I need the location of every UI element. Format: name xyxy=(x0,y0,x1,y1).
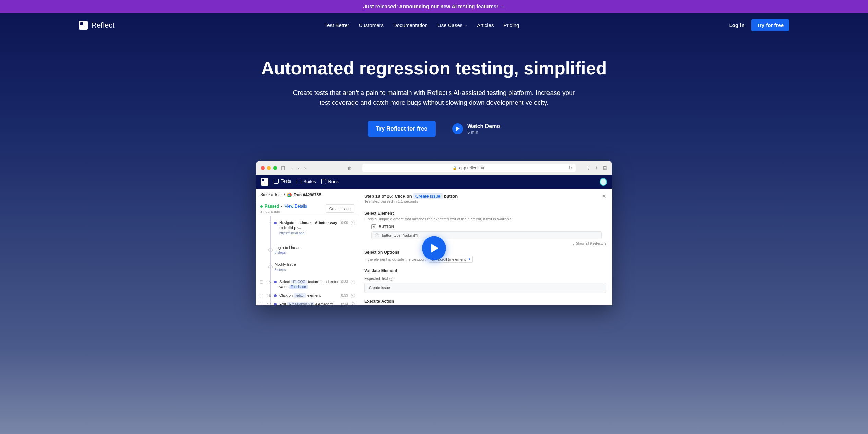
url-text: app.reflect.run xyxy=(459,165,485,170)
select-element-desc: Finds a unique element that matches the … xyxy=(364,217,606,221)
app-nav-suites[interactable]: Suites xyxy=(297,179,316,185)
step-row[interactable]: 1 Navigate to Linear – A better way to b… xyxy=(256,219,359,237)
browser-right-icons: ⇧ + ⊞ xyxy=(587,165,607,171)
announcement-link[interactable]: Just released: Announcing our new AI tes… xyxy=(363,3,505,9)
shield-icon: ◐ xyxy=(348,165,351,171)
status-dot-icon xyxy=(260,205,263,208)
step-checkbox[interactable] xyxy=(260,303,263,305)
back-icon: ‹ xyxy=(298,165,300,171)
selection-options-title: Selection Options xyxy=(364,250,606,255)
help-icon[interactable]: ? xyxy=(389,277,393,281)
app-header: Tests Suites Runs xyxy=(256,175,612,189)
tests-icon xyxy=(274,179,279,184)
watch-demo-title: Watch Demo xyxy=(467,123,500,129)
main-subtitle: Test step passed in 1.1 seconds xyxy=(364,199,458,203)
step-check-icon xyxy=(351,302,355,305)
logo[interactable]: Reflect xyxy=(79,21,114,30)
step-row[interactable]: 17 Edit .ProseMirror > p element to cont… xyxy=(256,300,359,305)
nav-right: Log in Try for free xyxy=(729,19,789,31)
step-dot-icon xyxy=(274,303,277,305)
app-nav-tests[interactable]: Tests xyxy=(274,178,291,185)
nav-articles[interactable]: Articles xyxy=(477,22,494,28)
forward-icon: › xyxy=(304,165,306,171)
step-dot-icon xyxy=(274,294,277,297)
step-check-icon xyxy=(351,221,355,225)
expected-value: Create issue xyxy=(364,283,606,293)
step-check-icon xyxy=(351,294,355,298)
hero-actions: Try Reflect for free Watch Demo 5 min xyxy=(7,121,861,137)
lock-icon: 🔒 xyxy=(453,166,457,170)
hero-cta-button[interactable]: Try Reflect for free xyxy=(368,121,436,137)
app-body: Smoke Test / Run #4298755 Passed - View … xyxy=(256,189,612,305)
nav-use-cases[interactable]: Use Cases xyxy=(437,22,467,28)
reload-icon: ↻ xyxy=(569,165,572,170)
selector-code: button[type="submit"] xyxy=(382,233,418,237)
chevron-down-icon: ⌄ xyxy=(290,166,293,170)
step-row[interactable]: 16 Click on .editor element 0:33 xyxy=(256,291,359,300)
browser-chrome: ▥ ⌄ ‹ › ◐ 🔒 app.reflect.run ↻ ⇧ + ⊞ xyxy=(256,161,612,175)
close-icon[interactable]: ✕ xyxy=(602,193,606,199)
step-dot-icon xyxy=(274,222,277,224)
validate-element-title: Validate Element xyxy=(364,268,606,273)
play-video-button[interactable] xyxy=(422,236,446,260)
minimize-dot-icon xyxy=(267,166,271,170)
chrome-icon xyxy=(287,193,292,197)
nav-pricing[interactable]: Pricing xyxy=(503,22,519,28)
collapse-row[interactable]: ⌄ Login to Linear 8 steps xyxy=(256,244,359,257)
breadcrumb-run: Run #4298755 xyxy=(294,193,321,197)
announcement-bar: Just released: Announcing our new AI tes… xyxy=(0,0,868,13)
hero-title: Automated regression testing, simplified xyxy=(7,58,861,78)
select-element-title: Select Element xyxy=(364,211,606,216)
expected-text-label: Expected Text xyxy=(364,276,388,281)
step-checkbox[interactable] xyxy=(260,280,263,284)
nav-documentation[interactable]: Documentation xyxy=(393,22,428,28)
watch-demo-text: Watch Demo 5 min xyxy=(467,123,500,135)
nav-test-better[interactable]: Test Better xyxy=(325,22,349,28)
app-main: Step 18 of 26: Click on Create issue but… xyxy=(359,189,612,305)
browser-window: ▥ ⌄ ‹ › ◐ 🔒 app.reflect.run ↻ ⇧ + ⊞ Test… xyxy=(256,161,612,305)
create-issue-button[interactable]: Create Issue xyxy=(326,204,354,213)
breadcrumb: Smoke Test / Run #4298755 xyxy=(256,189,359,201)
login-link[interactable]: Log in xyxy=(729,22,745,28)
step-check-icon xyxy=(351,280,355,284)
try-free-button[interactable]: Try for free xyxy=(751,19,789,31)
close-dot-icon xyxy=(261,166,265,170)
status-row: Passed - View Details 2 hours ago Create… xyxy=(256,201,359,216)
breadcrumb-smoke[interactable]: Smoke Test xyxy=(260,192,281,197)
view-details-link[interactable]: View Details xyxy=(285,204,307,209)
step-row[interactable]: 15 Select .EuGQO textarea and enter valu… xyxy=(256,277,359,292)
main-title: Step 18 of 26: Click on Create issue but… xyxy=(364,193,458,199)
play-icon xyxy=(452,123,463,134)
avatar[interactable] xyxy=(600,178,607,186)
app-nav-runs[interactable]: Runs xyxy=(321,179,338,185)
share-icon: ⇧ xyxy=(587,165,591,171)
nav-customers[interactable]: Customers xyxy=(359,22,384,28)
selector-check-icon xyxy=(375,233,379,237)
app-nav-tests-label: Tests xyxy=(281,178,291,184)
app-nav-runs-label: Runs xyxy=(328,179,338,184)
app-logo-icon xyxy=(261,178,268,186)
time-ago: 2 hours ago xyxy=(260,209,307,213)
step-checkbox[interactable] xyxy=(260,294,263,297)
logo-text: Reflect xyxy=(91,21,114,30)
navbar: Reflect Test Better Customers Documentat… xyxy=(0,13,868,37)
steps-list: 1 Navigate to Linear – A better way to b… xyxy=(256,216,359,305)
selection-options-text: If the element is outside the viewport xyxy=(364,257,426,261)
tabs-icon: ⊞ xyxy=(603,165,607,171)
browser-nav-icons: ▥ ⌄ ‹ › xyxy=(281,165,306,171)
url-bar: 🔒 app.reflect.run ↻ xyxy=(362,164,575,172)
maximize-dot-icon xyxy=(273,166,277,170)
show-all-link[interactable]: ⌄ Show all 9 selectors xyxy=(364,241,606,245)
suites-icon xyxy=(297,179,301,184)
runs-icon xyxy=(321,179,326,184)
logo-icon xyxy=(79,21,88,30)
nav-links: Test Better Customers Documentation Use … xyxy=(325,22,519,28)
watch-demo-sub: 5 min xyxy=(467,129,500,135)
watch-demo[interactable]: Watch Demo 5 min xyxy=(452,123,500,135)
element-label: BUTTON xyxy=(379,225,394,229)
selector-box: button[type="submit"] xyxy=(371,231,602,239)
collapse-row[interactable]: ⌄ Modify Issue 5 steps xyxy=(256,260,359,274)
sidebar-toggle-icon: ▥ xyxy=(281,165,286,171)
element-icon: ▣ xyxy=(371,224,376,229)
plus-icon: + xyxy=(595,165,598,171)
